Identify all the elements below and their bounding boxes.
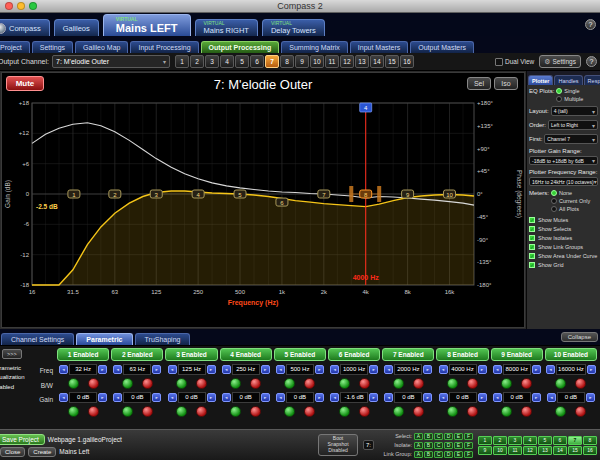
channel-button-16[interactable]: 16 [400, 55, 414, 68]
bw-coarse-knob[interactable] [339, 378, 350, 389]
channel-button-14[interactable]: 14 [370, 55, 384, 68]
group-select-c-button[interactable]: C [434, 433, 443, 440]
gain-increment-button[interactable]: ► [98, 393, 107, 402]
grid-channel-13[interactable]: 13 [538, 446, 552, 455]
eq-handle-6[interactable]: 6 [276, 198, 288, 206]
sidebar-tab-plotter[interactable]: Plotter [528, 75, 553, 85]
order-dropdown[interactable]: Left to Right ▾ [548, 120, 598, 130]
tab-input-masters[interactable]: Input Masters [350, 41, 408, 53]
gain-coarse-knob[interactable] [68, 406, 79, 417]
band-10-enable-button[interactable]: 10 Enabled [545, 348, 597, 361]
grid-channel-5[interactable]: 5 [538, 436, 552, 445]
band-1-enable-button[interactable]: 1 Enabled [57, 348, 109, 361]
band-9-gain-value[interactable]: 0 dB [503, 392, 531, 403]
show-isolates-checkbox[interactable]: ✓Show Isolates [529, 235, 598, 241]
channel-button-2[interactable]: 2 [190, 55, 204, 68]
bw-fine-knob[interactable] [142, 378, 153, 389]
group-link-group-f-button[interactable]: F [464, 451, 473, 458]
dual-view-checkbox[interactable] [495, 58, 503, 66]
channel-button-3[interactable]: 3 [205, 55, 219, 68]
grid-channel-14[interactable]: 14 [553, 446, 567, 455]
show-selects-checkbox[interactable]: ✓Show Selects [529, 226, 598, 232]
gain-fine-knob[interactable] [196, 406, 207, 417]
help-button[interactable]: ? [585, 19, 596, 30]
zoom-window-button[interactable] [29, 2, 37, 10]
gain-coarse-knob[interactable] [339, 406, 350, 417]
eq-plots-option-multiple[interactable]: Multiple [556, 96, 583, 102]
minimize-window-button[interactable] [17, 2, 25, 10]
collapse-button[interactable]: Collapse [561, 332, 598, 342]
gain-fine-knob[interactable] [250, 406, 261, 417]
band-9-freq-value[interactable]: 8000 Hz [503, 364, 531, 375]
meters-option-none[interactable]: None [551, 190, 590, 196]
grid-channel-3[interactable]: 3 [508, 436, 522, 445]
first-dropdown[interactable]: Channel 7 ▾ [544, 134, 598, 144]
tab-compass[interactable]: Compass [0, 19, 50, 36]
save-project-button[interactable]: Save Project [0, 434, 45, 445]
close-window-button[interactable] [5, 2, 13, 10]
gain-fine-knob[interactable] [359, 406, 370, 417]
gain-decrement-button[interactable]: ◄ [276, 393, 285, 402]
bw-fine-knob[interactable] [413, 378, 424, 389]
band-2-enable-button[interactable]: 2 Enabled [111, 348, 163, 361]
band-3-freq-value[interactable]: 125 Hz [178, 364, 206, 375]
gain-increment-button[interactable]: ► [423, 393, 432, 402]
channel-button-4[interactable]: 4 [220, 55, 234, 68]
gain-decrement-button[interactable]: ◄ [59, 393, 68, 402]
grid-channel-12[interactable]: 12 [523, 446, 537, 455]
eq-handle-4[interactable]: 4 [192, 190, 204, 198]
grid-channel-9[interactable]: 9 [478, 446, 492, 455]
gain-increment-button[interactable]: ► [207, 393, 216, 402]
gain-fine-knob[interactable] [467, 406, 478, 417]
gain-fine-knob[interactable] [413, 406, 424, 417]
grid-channel-7[interactable]: 7 [568, 436, 582, 445]
group-select-e-button[interactable]: E [454, 433, 463, 440]
channel-button-10[interactable]: 10 [310, 55, 324, 68]
gain-coarse-knob[interactable] [501, 406, 512, 417]
bw-fine-knob[interactable] [250, 378, 261, 389]
tab-input-processing[interactable]: Input Processing [130, 41, 198, 53]
channel-button-8[interactable]: 8 [280, 55, 294, 68]
tab-mains-right[interactable]: VIRTUALMains RIGHT [195, 19, 258, 36]
gain-decrement-button[interactable]: ◄ [439, 393, 448, 402]
tab-galileo-map[interactable]: Galileo Map [75, 41, 128, 53]
tab-delay-towers[interactable]: VIRTUALDelay Towers [262, 19, 325, 36]
tab-project[interactable]: Project [0, 41, 30, 53]
meters-option-all-plots[interactable]: All Plots [551, 206, 590, 212]
gain-fine-knob[interactable] [88, 406, 99, 417]
band-4-gain-value[interactable]: 0 dB [232, 392, 260, 403]
band-5-freq-value[interactable]: 500 Hz [286, 364, 314, 375]
show-area-under-curve-checkbox[interactable]: ✓Show Area Under Curve [529, 253, 598, 259]
channel-button-7[interactable]: 7 [265, 55, 279, 68]
gain-increment-button[interactable]: ► [478, 393, 487, 402]
channel-button-11[interactable]: 11 [325, 55, 339, 68]
bw-coarse-knob[interactable] [447, 378, 458, 389]
band-6-gain-value[interactable]: -1.6 dB [340, 392, 368, 403]
group-select-f-button[interactable]: F [464, 433, 473, 440]
gain-decrement-button[interactable]: ◄ [113, 393, 122, 402]
group-isolate-c-button[interactable]: C [434, 442, 443, 449]
band-6-enable-button[interactable]: 6 Enabled [328, 348, 380, 361]
grid-channel-11[interactable]: 11 [508, 446, 522, 455]
band-7-gain-value[interactable]: 0 dB [394, 392, 422, 403]
tab-channel-settings[interactable]: Channel Settings [1, 333, 74, 345]
expand-button[interactable]: >>> [2, 349, 22, 359]
gain-fine-knob[interactable] [142, 406, 153, 417]
group-link-group-a-button[interactable]: A [414, 451, 423, 458]
gain-decrement-button[interactable]: ◄ [168, 393, 177, 402]
gain-increment-button[interactable]: ► [261, 393, 270, 402]
band-8-freq-value[interactable]: 4000 Hz [449, 364, 477, 375]
gain-coarse-knob[interactable] [393, 406, 404, 417]
group-select-d-button[interactable]: D [444, 433, 453, 440]
bw-coarse-knob[interactable] [230, 378, 241, 389]
eq-plots-option-single[interactable]: Single [556, 88, 583, 94]
grid-channel-10[interactable]: 10 [493, 446, 507, 455]
band-1-gain-value[interactable]: 0 dB [69, 392, 97, 403]
bw-coarse-knob[interactable] [555, 378, 566, 389]
show-grid-checkbox[interactable]: ✓Show Grid [529, 262, 598, 268]
eq-handle-3[interactable]: 3 [150, 190, 162, 198]
gain-coarse-knob[interactable] [555, 406, 566, 417]
gain-coarse-knob[interactable] [284, 406, 295, 417]
grid-channel-4[interactable]: 4 [523, 436, 537, 445]
channel-button-12[interactable]: 12 [340, 55, 354, 68]
